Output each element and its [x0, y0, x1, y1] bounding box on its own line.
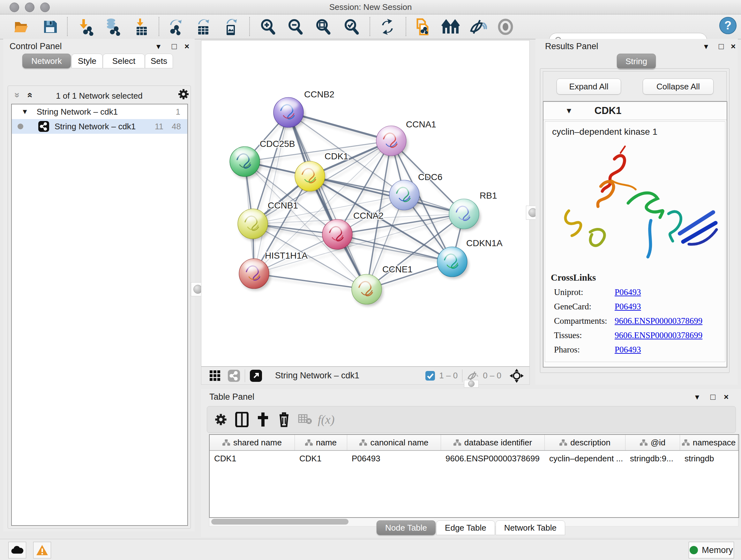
network-edge[interactable] [288, 112, 367, 289]
table-panel-close-icon[interactable]: × [724, 392, 729, 402]
column-header-namespace[interactable]: namespace [680, 435, 738, 450]
table-cell[interactable]: CDK1 [295, 451, 347, 466]
results-panel-float-icon[interactable]: □ [719, 42, 724, 51]
crosslink-label: Compartments: [554, 316, 615, 326]
memory-status-dot [690, 546, 698, 554]
zoom-out-icon[interactable] [286, 17, 305, 36]
network-node-cdkn1a[interactable]: CDKN1A [437, 238, 502, 279]
expand-all-button[interactable]: Expand All [556, 78, 621, 95]
column-header-databaseidentifier[interactable]: database identifier [441, 435, 545, 450]
table-row[interactable]: CDK1CDK1P064939606.ENSP00000378699cyclin… [210, 451, 738, 466]
network-canvas[interactable]: CCNB2CCNA1CDC25BCDK1CDC6RB1CCNB1CCNA2CDK… [201, 40, 530, 367]
column-header-description[interactable]: description [545, 435, 625, 450]
clone-network-icon[interactable] [413, 17, 431, 36]
table-panel-float-icon[interactable]: □ [711, 392, 716, 402]
delete-table-icon[interactable] [294, 410, 316, 429]
tab-node-table[interactable]: Node Table [377, 520, 435, 535]
import-network-database-icon[interactable] [104, 17, 122, 36]
column-header-sharedname[interactable]: shared name [210, 435, 295, 450]
zoom-in-icon[interactable] [259, 17, 277, 36]
table-cell[interactable]: stringdb:9... [625, 451, 680, 466]
splitter-handle-bottom[interactable] [464, 380, 479, 388]
hidden-eye-icon[interactable] [467, 371, 479, 381]
table-cell[interactable]: CDK1 [210, 451, 295, 466]
network-node-rb1[interactable]: RB1 [449, 191, 497, 231]
node-label-ccne1: CCNE1 [382, 264, 413, 274]
table-cell[interactable]: stringdb [680, 451, 738, 466]
open-in-window-icon[interactable] [250, 369, 262, 382]
node-table[interactable]: shared namenamecanonical namedatabase id… [209, 434, 739, 518]
export-network-icon[interactable] [166, 17, 185, 36]
export-table-icon[interactable] [194, 17, 212, 36]
tab-edge-table[interactable]: Edge Table [436, 520, 495, 535]
control-panel-close-icon[interactable]: × [185, 42, 189, 51]
control-panel-float-icon[interactable]: □ [172, 42, 177, 51]
protein-expander-icon[interactable]: ▼ [565, 106, 573, 115]
table-cell[interactable]: P06493 [347, 451, 441, 466]
column-header-id[interactable]: @id [625, 435, 680, 450]
tab-network[interactable]: Network [22, 54, 71, 68]
zoom-fit-icon[interactable] [314, 17, 333, 36]
crosslink-link[interactable]: P06493 [615, 302, 641, 312]
hidden-counter-group: 0 – 0 [467, 371, 501, 381]
import-network-file-icon[interactable] [77, 17, 95, 36]
delete-column-icon[interactable] [273, 410, 294, 429]
open-session-icon[interactable] [12, 17, 31, 36]
graphics-details-icon[interactable] [468, 17, 487, 36]
network-type-icon[interactable] [227, 369, 240, 382]
network-graph[interactable]: CCNB2CCNA1CDC25BCDK1CDC6RB1CCNB1CCNA2CDK… [201, 41, 529, 366]
control-panel-collapse-icon[interactable]: ▾ [156, 42, 160, 51]
network-row-selected[interactable]: String Network – cdk1 11 48 [12, 119, 187, 134]
fit-content-crosshair-icon[interactable] [510, 369, 524, 383]
network-options-gear-icon[interactable] [177, 88, 190, 102]
network-tree-box: » » 1 of 1 Network selected ▼ String Net… [8, 85, 191, 529]
table-cell[interactable]: 9606.ENSP00000378699 [441, 451, 545, 466]
status-bar: Memory [0, 539, 741, 560]
toolbar-separator [158, 17, 159, 36]
tab-network-table[interactable]: Network Table [495, 520, 565, 535]
memory-button[interactable]: Memory [689, 542, 734, 558]
node-label-ccnb1: CCNB1 [268, 200, 298, 210]
crosslink-link[interactable]: 9606.ENSP00000378699 [615, 330, 702, 340]
results-panel-collapse-icon[interactable]: ▾ [704, 42, 708, 51]
table-gear-icon[interactable] [210, 410, 231, 429]
node-label-ccna2: CCNA2 [353, 211, 384, 221]
show-details-icon[interactable] [496, 17, 515, 36]
table-tabs: Node TableEdge TableNetwork Table [377, 520, 566, 535]
zoom-selected-icon[interactable] [342, 17, 361, 36]
selected-checkbox-icon[interactable] [425, 371, 435, 381]
show-columns-icon[interactable] [231, 410, 253, 429]
help-icon[interactable]: ? [719, 16, 737, 35]
network-collection-row[interactable]: ▼ String Network – cdk1 1 [12, 105, 187, 119]
warning-button[interactable] [33, 542, 51, 558]
crosslink-link[interactable]: P06493 [615, 345, 641, 355]
refresh-icon[interactable] [378, 17, 397, 36]
tab-sets[interactable]: Sets [145, 54, 173, 68]
network-node-ccne1[interactable]: CCNE1 [352, 264, 413, 306]
tab-string[interactable]: String [617, 54, 656, 69]
table-cell[interactable]: cyclin–dependent ... [545, 451, 625, 466]
collection-expander-icon[interactable]: ▼ [21, 108, 28, 116]
protein-header-row[interactable]: ▼ CDK1 [543, 102, 727, 120]
results-panel-close-icon[interactable]: × [731, 42, 736, 51]
column-header-canonicalname[interactable]: canonical name [347, 435, 441, 450]
export-image-icon[interactable] [222, 17, 240, 36]
crosslink-link[interactable]: P06493 [615, 287, 641, 297]
collapse-all-button[interactable]: Collapse All [643, 78, 714, 95]
column-header-name[interactable]: name [295, 435, 347, 450]
network-status-dot [17, 124, 23, 129]
add-column-icon[interactable] [253, 410, 273, 429]
save-session-icon[interactable] [41, 17, 59, 36]
crosslink-link[interactable]: 9606.ENSP00000378699 [615, 316, 702, 326]
function-builder-icon[interactable]: f(x) [316, 410, 337, 429]
table-hscroll-thumb[interactable] [211, 519, 348, 524]
tab-select[interactable]: Select [103, 54, 145, 68]
network-node-ccna1[interactable]: CCNA1 [376, 119, 436, 158]
cloud-button[interactable] [8, 542, 26, 558]
results-panel: Results Panel ▾ □ × String Expand All Co… [536, 39, 738, 385]
birdseye-grid-icon[interactable] [209, 370, 221, 382]
tab-style[interactable]: Style [71, 54, 103, 68]
first-neighbors-icon[interactable] [441, 17, 460, 36]
table-panel-collapse-icon[interactable]: ▾ [695, 392, 699, 402]
import-table-icon[interactable] [132, 17, 151, 36]
